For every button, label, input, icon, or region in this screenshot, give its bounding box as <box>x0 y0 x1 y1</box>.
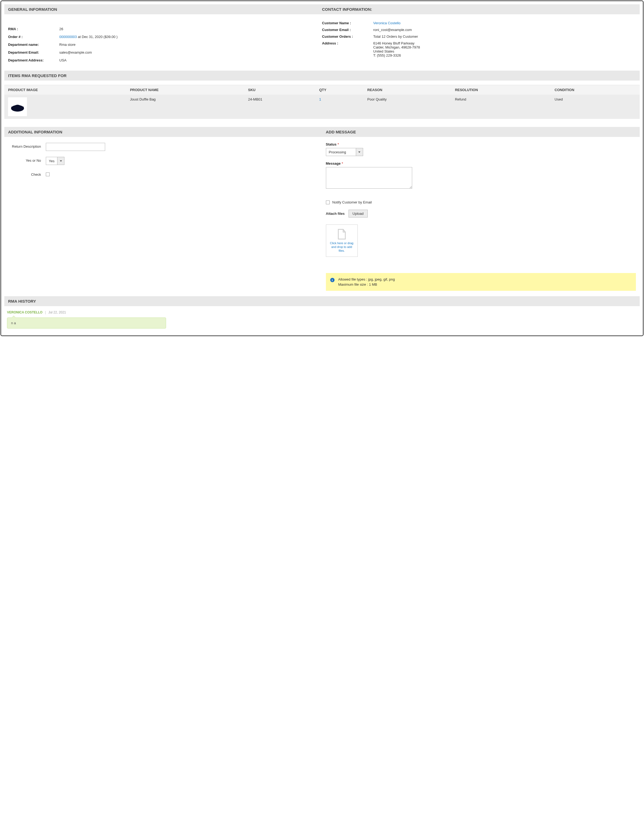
message-textarea[interactable] <box>326 167 412 188</box>
col-qty: QTY <box>315 85 363 95</box>
items-table: PRODUCT IMAGE PRODUCT NAME SKU QTY REASO… <box>4 85 640 119</box>
order-suffix: at Dec 31, 2020 ($39.00 ) <box>77 35 118 39</box>
status-value: Processing <box>326 148 356 156</box>
customer-email-value: roni_cost@example.com <box>373 28 636 32</box>
qty-link[interactable]: 1 <box>319 97 321 101</box>
col-image: PRODUCT IMAGE <box>4 85 126 95</box>
note-line2: Maximum file size : 1 MB <box>338 282 395 287</box>
yesno-select[interactable]: Yes <box>46 157 64 165</box>
svg-rect-2 <box>22 107 24 109</box>
customer-email-label: Customer Email : <box>322 28 373 32</box>
yesno-label: Yes or No <box>8 157 46 162</box>
col-reason: REASON <box>363 85 451 95</box>
addr-line3: United States <box>373 49 636 54</box>
customer-orders-label: Customer Orders : <box>322 35 373 38</box>
items-header-row: PRODUCT IMAGE PRODUCT NAME SKU QTY REASO… <box>4 85 640 95</box>
return-desc-label: Return Description <box>8 143 46 149</box>
info-icon: i <box>330 278 334 282</box>
notify-checkbox[interactable] <box>326 201 330 204</box>
chevron-down-icon[interactable] <box>356 148 363 156</box>
status-label: Status <box>326 142 337 146</box>
required-mark: * <box>337 142 339 146</box>
addr-line1: 6146 Honey Bluff Parkway <box>373 41 636 45</box>
col-name: PRODUCT NAME <box>126 85 244 95</box>
table-row: Joust Duffle Bag 24-MB01 1 Poor Quality … <box>4 95 640 119</box>
cell-resolution: Refund <box>451 95 551 119</box>
order-label: Order # : <box>8 35 59 39</box>
dept-name-label: Department name: <box>8 43 59 47</box>
cell-sku: 24-MB01 <box>244 95 315 119</box>
required-mark: * <box>342 161 343 165</box>
section-additional-header: ADDITIONAL INFORMATION <box>4 127 322 137</box>
section-general-header: GENERAL INFORMATION <box>8 7 322 12</box>
svg-rect-1 <box>11 107 13 109</box>
yesno-value: Yes <box>46 157 57 165</box>
file-dropzone[interactable]: Click here or drag and drop to add files… <box>326 225 358 257</box>
chevron-down-icon[interactable] <box>57 157 64 165</box>
dept-email-value: sales@example.com <box>59 51 322 54</box>
col-condition: CONDITION <box>551 85 640 95</box>
dropzone-text: Click here or drag and drop to add files… <box>328 241 355 253</box>
history-meta: VERONICA COSTELLO | Jul 22, 2021 <box>4 306 640 315</box>
product-image <box>8 97 27 116</box>
status-select[interactable]: Processing <box>326 148 363 156</box>
cell-condition: Used <box>551 95 640 119</box>
message-label: Message <box>326 161 341 165</box>
section-addmessage-header: ADD MESSAGE <box>322 127 640 137</box>
rma-value: 26 <box>59 27 322 31</box>
dept-addr-label: Department Address: <box>8 58 59 62</box>
customer-address-value: 6146 Honey Bluff Parkway Calder, Michiga… <box>373 41 636 57</box>
svg-point-0 <box>11 105 24 112</box>
file-icon <box>337 229 347 240</box>
return-desc-input[interactable] <box>46 143 105 151</box>
cell-qty: 1 <box>315 95 363 119</box>
col-sku: SKU <box>244 85 315 95</box>
addr-line4: T: (555) 229-3326 <box>373 54 636 57</box>
customer-address-label: Address : <box>322 41 373 57</box>
dept-name-value: Rma store <box>59 43 322 47</box>
check-checkbox[interactable] <box>46 173 50 176</box>
history-author: VERONICA COSTELLO <box>7 311 43 314</box>
customer-orders-value: Total 12 Orders by Customer <box>373 35 636 38</box>
notify-label: Notify Customer by Email <box>333 200 372 204</box>
history-date: Jul 22, 2021 <box>48 311 66 314</box>
upload-button[interactable]: Upload <box>348 210 368 218</box>
cell-name: Joust Duffle Bag <box>126 95 244 119</box>
history-message-bubble: n a <box>7 317 166 329</box>
general-info-panel: RMA : 26 Order # : 000000003 at Dec 31, … <box>8 20 322 64</box>
check-label: Check <box>8 171 46 176</box>
rma-label: RMA : <box>8 27 59 31</box>
section-contact-header: CONTACT INFORMATION: <box>322 7 636 12</box>
dept-addr-value: USA <box>59 58 322 62</box>
contact-info-panel: Customer Name : Veronica Costello Custom… <box>322 20 636 64</box>
history-sep: | <box>43 311 48 314</box>
note-line1: Allowed file types : jpg, jpeg, gif, png <box>338 277 395 282</box>
attach-label: Attach files <box>326 211 345 216</box>
history-body: n a <box>11 321 16 325</box>
col-resolution: RESOLUTION <box>451 85 551 95</box>
cell-reason: Poor Quality <box>363 95 451 119</box>
addr-line2: Calder, Michigan, 49628-7978 <box>373 45 636 49</box>
customer-name-label: Customer Name : <box>322 21 373 25</box>
dept-email-label: Department Email: <box>8 51 59 54</box>
file-note: i Allowed file types : jpg, jpeg, gif, p… <box>326 273 636 291</box>
section-items-header: ITEMS RMA REQUESTED FOR <box>4 70 640 81</box>
customer-name-link[interactable]: Veronica Costello <box>373 21 400 25</box>
order-link[interactable]: 000000003 <box>59 35 77 39</box>
section-history-header: RMA HISTORY <box>4 296 640 306</box>
